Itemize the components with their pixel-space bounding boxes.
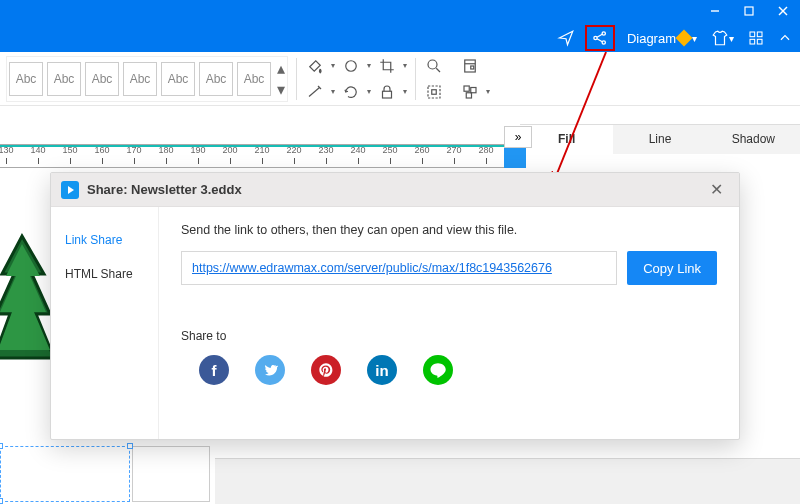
ruler-tick: 240 — [348, 145, 368, 155]
ruler-tick: 190 — [188, 145, 208, 155]
ruler-tick: 160 — [92, 145, 112, 155]
select-tool[interactable] — [424, 82, 444, 102]
chevron-down-icon: ▾ — [692, 33, 697, 44]
panel-expander[interactable] — [504, 148, 526, 168]
facebook-icon[interactable]: f — [199, 355, 229, 385]
style-expand[interactable]: ▴▾ — [277, 59, 285, 99]
ruler-tick: 150 — [60, 145, 80, 155]
style-preset[interactable]: Abc — [237, 62, 271, 96]
ruler-tick: 200 — [220, 145, 240, 155]
svg-rect-12 — [757, 39, 762, 44]
ruler-tick: 280 — [476, 145, 496, 155]
svg-point-15 — [428, 60, 437, 69]
svg-point-13 — [346, 60, 357, 71]
separator — [296, 58, 297, 100]
ribbon-toolbar: Abc Abc Abc Abc Abc Abc Abc ▴▾ ▾ ▾ ▾ ▾ ▾… — [0, 52, 800, 106]
right-panel-tabs: Fill Line Shadow — [520, 124, 800, 154]
svg-line-8 — [597, 39, 602, 42]
tab-shadow[interactable]: Shadow — [707, 125, 800, 154]
style-preset[interactable]: Abc — [123, 62, 157, 96]
ruler-tick: 130 — [0, 145, 16, 155]
style-preset[interactable]: Abc — [85, 62, 119, 96]
rotate-tool[interactable] — [341, 82, 361, 102]
horizontal-ruler: 1301401501601701801902002102202302402502… — [0, 144, 504, 168]
view-tools: ▾ — [424, 56, 490, 102]
svg-rect-1 — [745, 7, 753, 15]
style-preset[interactable]: Abc — [161, 62, 195, 96]
svg-rect-24 — [466, 92, 471, 97]
diagram-label: Diagram — [627, 31, 676, 46]
separator — [415, 58, 416, 100]
style-gallery[interactable]: Abc Abc Abc Abc Abc Abc Abc ▴▾ — [6, 56, 288, 102]
tree-graphic — [0, 232, 54, 392]
shape-tools: ▾ ▾ ▾ ▾ ▾ ▾ — [305, 56, 407, 102]
diamond-icon — [676, 30, 693, 47]
diagram-menu[interactable]: Diagram ▾ — [621, 29, 701, 48]
line-tool[interactable] — [305, 82, 325, 102]
fill-tool[interactable] — [305, 56, 325, 76]
lock-tool[interactable] — [377, 82, 397, 102]
copy-link-button[interactable]: Copy Link — [627, 251, 717, 285]
ruler-tick: 220 — [284, 145, 304, 155]
apps-icon[interactable] — [744, 28, 768, 48]
ruler-tick: 230 — [316, 145, 336, 155]
collapse-panel-button[interactable]: » — [504, 126, 532, 148]
ruler-tick: 180 — [156, 145, 176, 155]
ruler-tick: 250 — [380, 145, 400, 155]
svg-line-7 — [597, 34, 602, 37]
search-icon[interactable] — [424, 56, 444, 76]
social-buttons: f in — [199, 355, 717, 385]
tab-fill[interactable]: Fill — [520, 125, 613, 154]
style-preset[interactable]: Abc — [9, 62, 43, 96]
layers-icon[interactable] — [460, 56, 480, 76]
chevron-down-icon: ▾ — [729, 33, 734, 44]
maximize-button[interactable] — [732, 0, 766, 22]
chevron-up-icon[interactable] — [774, 29, 796, 47]
line-icon[interactable] — [423, 355, 453, 385]
app-logo-icon — [61, 181, 79, 199]
style-preset[interactable]: Abc — [199, 62, 233, 96]
minimize-button[interactable] — [698, 0, 732, 22]
style-preset[interactable]: Abc — [47, 62, 81, 96]
svg-rect-10 — [757, 32, 762, 37]
share-hint: Send the link to others, then they can o… — [181, 223, 717, 237]
pinterest-icon[interactable] — [311, 355, 341, 385]
ruler-tick: 170 — [124, 145, 144, 155]
window-controls — [698, 0, 800, 22]
send-icon[interactable] — [553, 27, 579, 49]
group-tool[interactable] — [460, 82, 480, 102]
dialog-title: Share: Newsletter 3.eddx — [87, 182, 242, 197]
dialog-sidebar: Link Share HTML Share — [51, 207, 159, 439]
dialog-close-button[interactable]: ✕ — [704, 178, 729, 201]
svg-point-5 — [602, 32, 605, 35]
crop-tool[interactable] — [377, 56, 397, 76]
svg-rect-21 — [432, 89, 437, 94]
dialog-main: Send the link to others, then they can o… — [159, 207, 739, 439]
canvas-background — [215, 458, 800, 504]
linkedin-icon[interactable]: in — [367, 355, 397, 385]
svg-rect-19 — [471, 66, 474, 69]
svg-line-16 — [436, 68, 440, 72]
canvas-selection — [0, 446, 220, 504]
svg-rect-9 — [750, 32, 755, 37]
svg-rect-22 — [464, 86, 469, 91]
title-tools: Diagram ▾ ▾ — [553, 26, 796, 50]
share-icon[interactable] — [585, 25, 615, 51]
ruler-tick: 210 — [252, 145, 272, 155]
dialog-header: Share: Newsletter 3.eddx ✕ — [51, 173, 739, 207]
tab-link-share[interactable]: Link Share — [51, 223, 158, 257]
twitter-icon[interactable] — [255, 355, 285, 385]
close-button[interactable] — [766, 0, 800, 22]
share-dialog: Share: Newsletter 3.eddx ✕ Link Share HT… — [50, 172, 740, 440]
ruler-tick: 260 — [412, 145, 432, 155]
tab-html-share[interactable]: HTML Share — [51, 257, 158, 291]
shape-tool[interactable] — [341, 56, 361, 76]
share-url-field[interactable]: https://www.edrawmax.com/server/public/s… — [181, 251, 617, 285]
ruler-tick: 140 — [28, 145, 48, 155]
svg-point-4 — [594, 36, 597, 39]
svg-rect-20 — [428, 86, 440, 98]
svg-rect-14 — [383, 91, 392, 98]
tshirt-menu[interactable]: ▾ — [707, 27, 738, 49]
title-bar: Diagram ▾ ▾ — [0, 0, 800, 52]
tab-line[interactable]: Line — [613, 125, 706, 154]
